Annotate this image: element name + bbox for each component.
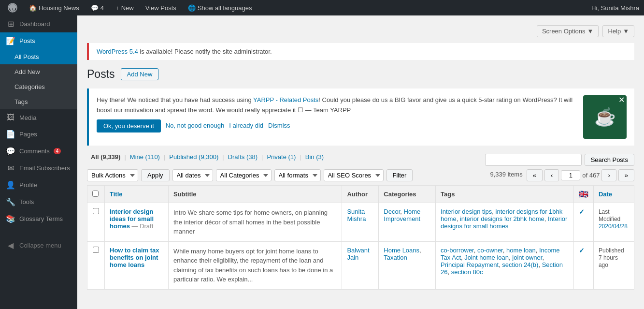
row-author-cell: Balwant Jain bbox=[342, 241, 379, 289]
search-posts-button[interactable]: Search Posts bbox=[585, 154, 634, 166]
tag-link[interactable]: home loan bbox=[506, 247, 536, 254]
add-new-button[interactable]: Add New bbox=[121, 68, 159, 80]
adminbar-view-posts[interactable]: View Posts bbox=[143, 0, 179, 15]
filter-bar: Bulk Actions Apply All dates All Categor… bbox=[87, 169, 634, 181]
date-link[interactable]: 2020/04/28 bbox=[599, 223, 628, 230]
seo-scores-filter[interactable]: All SEO Scores bbox=[324, 169, 384, 181]
pages-icon: 📄 bbox=[6, 130, 15, 139]
row-tags-cell: Interior design tips, interior designs f… bbox=[436, 203, 574, 242]
date-sort[interactable]: Date bbox=[599, 191, 612, 198]
sidebar-item-add-new[interactable]: Add New bbox=[0, 64, 77, 79]
help-button[interactable]: Help ▼ bbox=[602, 25, 634, 37]
row-categories-cell: Decor, Home Improvement bbox=[379, 203, 436, 242]
pagination-next[interactable]: › bbox=[601, 169, 616, 181]
tag-link[interactable]: co-borrower bbox=[441, 247, 474, 254]
post-subtitle: Intro We share some tips for home owners… bbox=[173, 209, 328, 235]
adminbar-site-name[interactable]: 🏠 Housing News bbox=[26, 0, 82, 15]
page-header: Posts Add New bbox=[87, 68, 634, 81]
category-link[interactable]: Decor bbox=[384, 208, 400, 215]
sidebar-item-glossary[interactable]: 📚 Glossary Terms bbox=[0, 210, 77, 227]
pagination-last[interactable]: » bbox=[618, 169, 634, 181]
tag-link[interactable]: Interior design tips bbox=[441, 208, 492, 215]
tag-link[interactable]: interior designs for 2bhk home bbox=[460, 215, 544, 222]
adminbar-new[interactable]: + New bbox=[113, 0, 137, 15]
yarpp-link[interactable]: YARPP - Related Posts bbox=[253, 96, 318, 103]
tag-link[interactable]: co-owner bbox=[477, 247, 503, 254]
adminbar-languages[interactable]: 🌐 Show all languages bbox=[185, 0, 255, 15]
tag-link[interactable]: Principal Repayment bbox=[441, 261, 499, 268]
sidebar-item-profile[interactable]: 👤 Profile bbox=[0, 177, 77, 193]
sidebar: ⊞ Dashboard 📝 Posts All Posts Add New Ca… bbox=[0, 15, 77, 309]
sidebar-item-email-subscribers[interactable]: ✉ Email Subscribers bbox=[0, 160, 77, 177]
tag-link[interactable]: section 80c bbox=[451, 268, 483, 276]
page-title: Posts bbox=[87, 68, 115, 81]
column-categories: Categories bbox=[379, 186, 436, 203]
tag-link[interactable]: Joint home loan bbox=[464, 254, 509, 261]
screen-options-button[interactable]: Screen Options ▼ bbox=[537, 25, 599, 37]
items-count: 9,339 items bbox=[490, 171, 522, 178]
yarpp-actions: Ok, you deserve it No, not good enough I… bbox=[97, 119, 575, 132]
yarpp-image: ✕ ☕ bbox=[583, 95, 627, 139]
sidebar-item-comments[interactable]: 💬 Comments 4 bbox=[0, 143, 77, 160]
sidebar-item-posts[interactable]: 📝 Posts bbox=[0, 32, 77, 49]
pagination-prev[interactable]: ‹ bbox=[544, 169, 559, 181]
sidebar-item-media[interactable]: 🖼 Media bbox=[0, 109, 77, 126]
sidebar-item-categories[interactable]: Categories bbox=[0, 79, 77, 94]
post-author-link[interactable]: Balwant Jain bbox=[347, 247, 369, 261]
date-relative: 7 hours ago bbox=[599, 254, 618, 268]
categories-filter[interactable]: All Categories bbox=[216, 169, 272, 181]
post-title-link[interactable]: How to claim tax benefits on joint home … bbox=[110, 247, 159, 268]
search-posts-input[interactable] bbox=[485, 154, 582, 166]
status-link-published[interactable]: Published (9,300) bbox=[165, 153, 222, 161]
status-link-mine[interactable]: Mine (110) bbox=[126, 153, 164, 161]
sidebar-item-dashboard[interactable]: ⊞ Dashboard bbox=[0, 15, 77, 32]
row-tags-cell: co-borrower, co-owner, home loan, Income… bbox=[436, 241, 574, 289]
column-author: Author bbox=[342, 186, 379, 203]
row-subtitle-cell: While many home buyers opt for joint hom… bbox=[168, 241, 342, 289]
status-link-bin[interactable]: Bin (3) bbox=[301, 153, 328, 161]
formats-filter[interactable]: All formats bbox=[274, 169, 321, 181]
status-link-all[interactable]: All (9,339) bbox=[87, 153, 124, 161]
yarpp-ok-button[interactable]: Ok, you deserve it bbox=[97, 119, 161, 132]
yarpp-dismiss-button[interactable]: Dismiss bbox=[268, 121, 290, 131]
yarpp-notice: Hey there! We noticed that you have had … bbox=[87, 88, 634, 146]
dates-filter[interactable]: All dates bbox=[172, 169, 213, 181]
select-all-checkbox[interactable] bbox=[92, 191, 99, 197]
status-link-private[interactable]: Private (1) bbox=[263, 153, 300, 161]
sidebar-item-pages[interactable]: 📄 Pages bbox=[0, 126, 77, 143]
profile-icon: 👤 bbox=[6, 180, 15, 190]
yarpp-already-did-button[interactable]: I already did bbox=[229, 121, 263, 131]
adminbar-wp-logo[interactable] bbox=[5, 0, 20, 15]
category-link[interactable]: Home Loans bbox=[384, 247, 419, 254]
bulk-actions-wrap: Bulk Actions Apply bbox=[87, 169, 170, 181]
email-icon: ✉ bbox=[6, 163, 15, 173]
sidebar-item-tools[interactable]: 🔧 Tools bbox=[0, 193, 77, 210]
comments-icon: 💬 bbox=[6, 147, 15, 156]
apply-button[interactable]: Apply bbox=[141, 169, 170, 181]
tag-link[interactable]: section 24(b) bbox=[502, 261, 538, 268]
filter-button[interactable]: Filter bbox=[386, 169, 413, 181]
category-link[interactable]: Taxation bbox=[384, 254, 407, 261]
wp-update-link[interactable]: WordPress 5.4 bbox=[97, 48, 138, 55]
sidebar-collapse-menu[interactable]: ◀ Collapse menu bbox=[0, 237, 77, 254]
sidebar-item-all-posts[interactable]: All Posts bbox=[0, 49, 77, 64]
row-checkbox[interactable] bbox=[93, 247, 99, 253]
pagination-input[interactable] bbox=[561, 170, 580, 180]
wordpress-update-notice: WordPress 5.4 is available! Please notif… bbox=[87, 43, 634, 60]
tools-icon: 🔧 bbox=[6, 197, 15, 206]
posts-icon: 📝 bbox=[6, 36, 15, 45]
sidebar-item-tags[interactable]: Tags bbox=[0, 94, 77, 109]
bulk-actions-select[interactable]: Bulk Actions bbox=[87, 169, 138, 181]
title-sort[interactable]: Title bbox=[110, 191, 123, 198]
pagination: « ‹ of 467 › » bbox=[527, 169, 634, 181]
status-link-drafts[interactable]: Drafts (38) bbox=[224, 153, 261, 161]
pagination-first[interactable]: « bbox=[527, 169, 543, 181]
yarpp-close-icon[interactable]: ✕ bbox=[618, 96, 625, 104]
post-author-link[interactable]: Sunita Mishra bbox=[347, 208, 366, 222]
flag-checkmark: ✓ bbox=[579, 208, 585, 216]
dashboard-icon: ⊞ bbox=[6, 19, 15, 29]
adminbar-comments[interactable]: 💬 4 bbox=[88, 0, 107, 15]
yarpp-no-button[interactable]: No, not good enough bbox=[166, 121, 224, 131]
row-checkbox[interactable] bbox=[93, 208, 99, 214]
tag-link[interactable]: joint owner bbox=[512, 254, 542, 261]
